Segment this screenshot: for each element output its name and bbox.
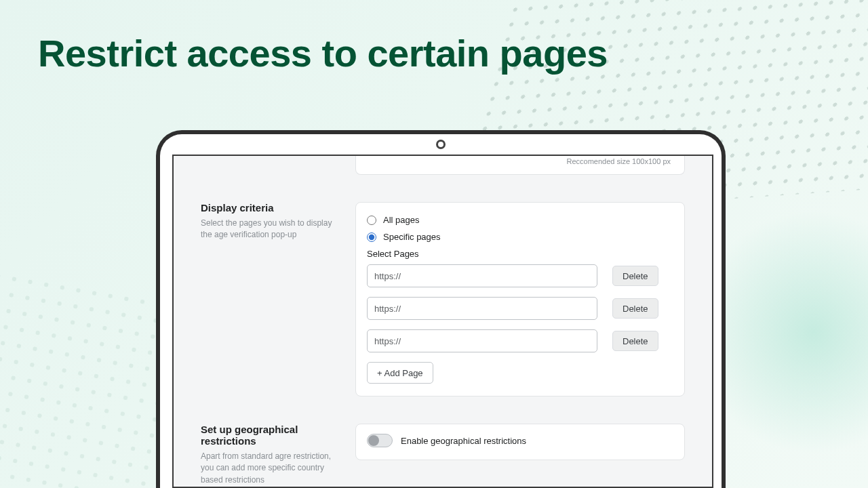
radio-all-pages-input[interactable] — [367, 216, 376, 225]
display-criteria-description: Select the pages you wish to display the… — [201, 218, 339, 241]
camera-icon — [436, 140, 446, 149]
display-criteria-heading: Display criteria — [201, 202, 339, 214]
page-row: Delete — [367, 329, 673, 352]
radio-all-pages-label: All pages — [383, 215, 419, 225]
geo-restrictions-description: Apart from standard agre restriction, yo… — [201, 451, 339, 486]
radio-specific-pages-label: Specific pages — [383, 232, 441, 242]
geo-restrictions-card: Enable geographical restrictions — [355, 424, 685, 460]
radio-specific-pages-input[interactable] — [367, 232, 376, 242]
laptop-frame: Reccomended size 100x100 px Display crit… — [156, 130, 726, 488]
geo-toggle-label: Enable geographical restrictions — [401, 436, 526, 446]
page-row: Delete — [367, 264, 673, 287]
screen: Reccomended size 100x100 px Display crit… — [172, 155, 713, 488]
page-url-input[interactable] — [367, 329, 597, 352]
upper-card-partial: Reccomended size 100x100 px — [355, 156, 685, 175]
delete-page-button[interactable]: Delete — [612, 298, 658, 319]
page-row: Delete — [367, 297, 673, 320]
delete-page-button[interactable]: Delete — [612, 331, 658, 351]
delete-page-button[interactable]: Delete — [612, 266, 658, 286]
select-pages-label: Select Pages — [367, 249, 673, 259]
geo-restrictions-heading: Set up geographical restrictions — [201, 424, 339, 447]
page-title: Restrict access to certain pages — [38, 31, 608, 75]
page-url-input[interactable] — [367, 264, 597, 287]
add-page-button[interactable]: + Add Page — [367, 362, 433, 384]
recommended-size-hint: Reccomended size 100x100 px — [567, 157, 671, 165]
display-criteria-card: All pages Specific pages Select Pages De… — [355, 202, 685, 396]
page-url-input[interactable] — [367, 297, 597, 320]
toggle-knob-icon — [368, 435, 379, 446]
geo-toggle[interactable] — [367, 434, 393, 447]
radio-all-pages[interactable]: All pages — [367, 215, 673, 225]
radio-specific-pages[interactable]: Specific pages — [367, 232, 673, 242]
